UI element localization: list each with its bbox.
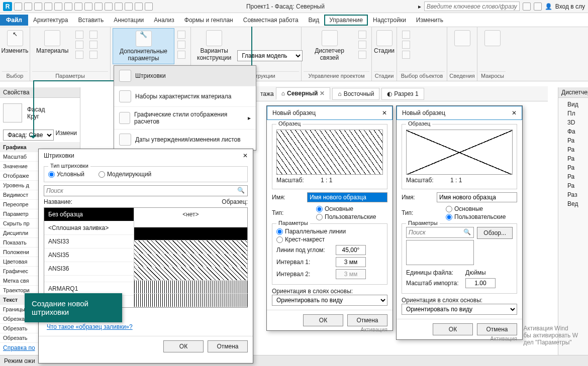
name-input[interactable] (307, 192, 387, 202)
text-icon[interactable] (94, 3, 103, 11)
snaps[interactable] (74, 40, 84, 49)
radio-cross[interactable]: Крест-накрест (276, 236, 379, 243)
dropdown-matsets[interactable]: Наборы характеристик материала (114, 86, 256, 107)
tree-sections[interactable]: Раз (560, 190, 586, 199)
user-icon[interactable]: 👤 (545, 3, 552, 10)
proj-info[interactable] (74, 50, 84, 59)
materials-tool[interactable]: Материалы (32, 28, 72, 61)
menu-analysis[interactable]: Анализ (149, 15, 179, 26)
radio-basic[interactable]: Основные (316, 205, 356, 212)
custom-list[interactable] (406, 240, 474, 265)
menu-massing[interactable]: Формы и генплан (179, 15, 238, 26)
open-icon[interactable] (14, 3, 22, 11)
ok-button[interactable]: ОК (303, 314, 343, 326)
menu-view[interactable]: Вид (304, 15, 325, 26)
close-inactive-icon[interactable] (135, 3, 143, 11)
tree-r2[interactable]: Ра (560, 145, 586, 154)
radio-custom[interactable]: Пользовательские (316, 213, 356, 220)
param-3[interactable] (88, 50, 99, 59)
pm-3[interactable] (357, 50, 367, 59)
menu-modify[interactable]: Изменить (411, 15, 448, 26)
thin-lines-icon[interactable] (125, 3, 133, 11)
cancel-button[interactable]: Отмена (208, 340, 248, 352)
additional-params-tool[interactable]: 🔧Дополнительные параметры (113, 28, 174, 64)
pattern-ansi36[interactable]: ANSI36 (44, 262, 134, 276)
pattern-blank[interactable] (44, 276, 134, 282)
orient-select2[interactable]: Ориентировать по виду (402, 304, 517, 315)
keyword-search[interactable] (424, 2, 520, 11)
dropdown-sheetdates[interactable]: Даты утверждения/изменения листов (114, 130, 256, 150)
loc-3[interactable] (176, 50, 186, 59)
orient-select[interactable]: Ориентировать по виду (272, 295, 387, 306)
menu-architecture[interactable]: Архитектура (28, 15, 73, 26)
radio-modeling[interactable]: Моделирующий (99, 171, 151, 178)
pattern-solid[interactable]: <Сплошная заливка> (44, 221, 134, 235)
menu-collab[interactable]: Совместная работа (238, 15, 304, 26)
import-scale-input[interactable] (465, 278, 496, 288)
pattern-ansi35[interactable]: ANSI35 (44, 249, 134, 262)
switch-win-icon[interactable] (145, 3, 153, 11)
param-1[interactable] (88, 30, 99, 39)
tree-schedules[interactable]: Вед (560, 199, 586, 208)
int1-input[interactable] (336, 257, 366, 267)
ok-button[interactable]: ОК (163, 340, 204, 352)
ok-button[interactable]: ОК (433, 323, 473, 335)
tree-r5[interactable]: Ра (560, 172, 586, 181)
print-icon[interactable] (64, 3, 72, 11)
close-icon[interactable]: ✕ (243, 152, 248, 159)
save-icon[interactable] (24, 3, 32, 11)
macros-tool[interactable] (479, 28, 506, 48)
tab-plan-partial[interactable]: тажа (260, 90, 274, 97)
tab-north[interactable]: ⌂Северный✕ (276, 87, 331, 100)
tree-r4[interactable]: Ра (560, 163, 586, 172)
close-icon[interactable]: ✕ (320, 90, 325, 97)
comm-icon[interactable] (523, 3, 531, 11)
angle-input[interactable] (336, 245, 366, 255)
phases-tool[interactable]: Стадии (374, 28, 395, 56)
tree-r3[interactable]: Ра (560, 154, 586, 163)
radio-basic2[interactable]: Основные (446, 205, 486, 212)
redo-icon[interactable] (54, 3, 62, 11)
menu-insert[interactable]: Вставить (73, 15, 109, 26)
tab-east[interactable]: ⌂Восточный (332, 88, 379, 100)
login-link[interactable]: Вход в слу (555, 3, 585, 10)
dropdown-calcstyles[interactable]: Графические стили отображения расчетов▸ (114, 107, 256, 130)
pm-2[interactable] (357, 40, 367, 49)
tree-facades[interactable]: Фа (560, 127, 586, 136)
tree-plans[interactable]: Пл (560, 109, 586, 118)
pattern-ansi33[interactable]: ANSI33 (44, 235, 134, 249)
pattern-search[interactable] (44, 185, 248, 196)
menu-addins[interactable]: Надстройки (368, 15, 411, 26)
links-mgr-tool[interactable]: Диспетчер связей (304, 28, 355, 63)
sel-2[interactable] (401, 40, 443, 49)
object-styles[interactable] (74, 30, 84, 39)
pm-1[interactable] (357, 30, 367, 39)
fav-icon[interactable] (534, 3, 542, 11)
undo-icon[interactable] (44, 3, 52, 11)
close-icon[interactable]: ✕ (512, 109, 517, 116)
info-tool[interactable] (449, 28, 475, 48)
cancel-button[interactable]: Отмена (347, 314, 387, 326)
radio-custom2[interactable]: Пользовательские (446, 213, 486, 220)
radio-parallel[interactable]: Параллельные линии (276, 228, 379, 235)
modify-tool[interactable]: ↖Изменить (2, 28, 28, 56)
menu-annotations[interactable]: Аннотации (109, 15, 149, 26)
menu-file[interactable]: Файл (0, 15, 28, 26)
tree-3d[interactable]: 3D (560, 118, 586, 127)
loc-1[interactable] (176, 30, 186, 39)
cancel-button[interactable]: Отмена (477, 323, 517, 335)
tree-r1[interactable]: Ра (560, 136, 586, 145)
tree-views[interactable]: Вид (560, 100, 586, 109)
main-model-select[interactable]: Главная модель (237, 50, 303, 61)
tree-r6[interactable]: Ра (560, 181, 586, 190)
tab-section[interactable]: ◐Разрез 1 (381, 88, 424, 100)
loc-2[interactable] (176, 40, 186, 49)
param-2[interactable] (88, 40, 99, 49)
3d-icon[interactable] (105, 3, 113, 11)
type-selector[interactable]: Фасад: Северный (3, 130, 54, 141)
sync-icon[interactable] (34, 3, 42, 11)
what-is-link[interactable]: Что такое «образец заливки»? (44, 322, 248, 332)
browse-button[interactable]: Обзор... (477, 227, 513, 239)
pattern-none[interactable]: Без образца (44, 208, 134, 221)
measure-icon[interactable] (74, 3, 82, 11)
